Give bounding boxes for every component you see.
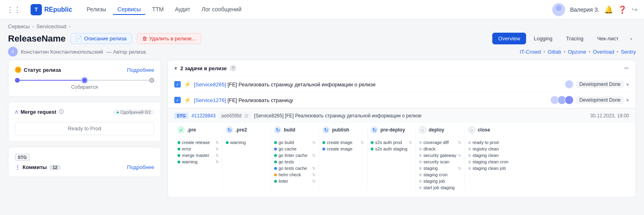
breadcrumb-servicecloud[interactable]: Servicecloud: [36, 23, 66, 29]
refresh-icon[interactable]: ↻: [361, 140, 364, 145]
topnav-right: Валерия З. 🔔 ❓ ↪: [552, 3, 638, 16]
bell-icon[interactable]: 🔔: [604, 5, 613, 14]
refresh-icon[interactable]: ↻: [458, 140, 461, 145]
breadcrumb-services[interactable]: Сервисы: [8, 23, 30, 29]
refresh-icon[interactable]: ↻: [312, 140, 316, 145]
dot: [419, 167, 422, 170]
topnav-links: Релизы Сервисы ТТМ Аудит Лог сообщений: [82, 4, 246, 15]
stage-publish-name: publish: [332, 127, 349, 133]
link-opzone[interactable]: Opzone: [568, 49, 586, 55]
ready-to-prod-btn[interactable]: Ready to Prod: [15, 122, 154, 135]
refresh-icon[interactable]: ↻: [216, 140, 219, 145]
stage-predeploy-icon: ↻: [371, 126, 378, 134]
task-chevron-2[interactable]: ▾: [626, 97, 629, 103]
task-chevron-1[interactable]: ▾: [626, 81, 629, 88]
job-go-cache: go cache: [274, 146, 316, 152]
mr-title-text: Merge request: [21, 109, 56, 115]
help-icon[interactable]: ❓: [618, 5, 627, 14]
help-icon-mr: ⓘ: [59, 109, 64, 115]
job-label: staging: [423, 166, 438, 171]
job-helm-check: helm check ↻: [274, 171, 316, 178]
pipeline-section: STG #11228843 aeb65f8d ⊙ [Service8265] […: [168, 108, 636, 197]
progress-step-3: [149, 78, 154, 83]
tab-tracing[interactable]: Tracing: [560, 33, 590, 44]
tasks-edit-icon[interactable]: ✏: [624, 65, 629, 71]
commits-row: ⋮ Коммиты 12 Подробнее: [15, 164, 154, 170]
refresh-icon[interactable]: ↻: [312, 153, 316, 158]
task-link-2[interactable]: [Service1276]: [194, 97, 226, 103]
logo[interactable]: T REpublic: [31, 4, 72, 15]
link-gitlab[interactable]: Gitlab: [547, 49, 561, 55]
dot: [419, 186, 422, 189]
job-ready-to-prod: ready to prod: [468, 139, 510, 146]
mr-badge: ● Одобрений 0/2: [113, 109, 154, 115]
tasks-count: 2 задачи в релизе: [180, 65, 227, 71]
dot: [468, 141, 471, 144]
commits-card: STG ⋮ Коммиты 12 Подробнее: [8, 147, 161, 177]
author-avatar: К: [8, 47, 18, 56]
merge-icon: ⑃: [15, 109, 18, 115]
refresh-icon[interactable]: ↻: [409, 140, 412, 145]
nav-ttm[interactable]: ТТМ: [147, 4, 169, 15]
logout-icon[interactable]: ↪: [632, 5, 638, 14]
mr-badge-text: Одобрений 0/2: [120, 110, 151, 115]
nav-audit[interactable]: Аудит: [170, 4, 195, 15]
status-link[interactable]: Подробнее: [127, 67, 154, 73]
refresh-icon[interactable]: ↻: [216, 153, 219, 158]
job-go-tests: go tests: [274, 159, 316, 165]
refresh-icon[interactable]: ↻: [216, 160, 219, 164]
logo-box: T: [31, 4, 42, 15]
btn-delete-label: Удалить в релизе...: [149, 35, 196, 42]
job-staging-clean: staging clean: [468, 152, 510, 159]
nav-log[interactable]: Лог сообщений: [197, 4, 246, 15]
progress-track: [15, 78, 154, 83]
tab-overview[interactable]: Overview: [492, 33, 526, 44]
tasks-collapse-icon[interactable]: ▾: [174, 65, 177, 71]
task-badge-1: Development Done: [576, 81, 624, 88]
stage-close-header: ○ close: [468, 126, 510, 136]
job-label: create image: [327, 146, 353, 151]
task-status-1: Development Done ▾: [565, 80, 629, 89]
job-staging-clean-job: staging clean job: [468, 165, 510, 171]
stage-pre2-name: .pre2: [235, 127, 247, 133]
task-avatar-2c: [565, 96, 574, 104]
tasks-help-icon[interactable]: ?: [230, 65, 236, 71]
refresh-icon[interactable]: ↻: [458, 166, 461, 171]
link-sentry[interactable]: Sentry: [621, 49, 636, 55]
job-label: coverage diff: [423, 140, 449, 145]
pipeline-hash-text: aeb65f8d: [221, 113, 242, 119]
commits-label: Коммиты: [23, 164, 47, 170]
job-label: staging clean: [473, 153, 499, 158]
btn-delete[interactable]: 🗑 Удалить в релизе...: [137, 33, 202, 44]
stage-pre-name: .pre: [187, 127, 196, 133]
progress-step-2: [82, 78, 87, 83]
tab-more[interactable]: ›: [626, 33, 636, 44]
stage-build: ↻ build go build ↻ go cache: [271, 126, 319, 191]
refresh-icon[interactable]: ↻: [458, 153, 461, 158]
refresh-icon[interactable]: ↻: [216, 147, 219, 151]
tab-checklist[interactable]: Чек-лист: [591, 33, 624, 44]
link-overload[interactable]: Overload: [593, 49, 614, 55]
pipeline-id[interactable]: #11228843: [192, 113, 216, 119]
grid-icon[interactable]: ⋮⋮: [6, 5, 21, 14]
commits-link[interactable]: Подробнее: [127, 164, 154, 170]
task-link-1[interactable]: [Service8265]: [194, 81, 226, 88]
status-label-text: Статус релиза: [24, 67, 61, 73]
job-go-tests-cache: go tests cache ↻: [274, 165, 316, 171]
job-label: go tests: [279, 159, 294, 164]
dot: [274, 141, 277, 144]
stage-pre2-icon: ↻: [226, 126, 233, 134]
refresh-icon[interactable]: ↻: [312, 173, 316, 177]
link-itcrowd[interactable]: IT-Crowd: [520, 49, 541, 55]
refresh-icon[interactable]: ↻: [312, 166, 316, 171]
breadcrumb: Сервисы › Servicecloud ›: [0, 19, 644, 31]
nav-services[interactable]: Сервисы: [113, 4, 146, 15]
tab-logging[interactable]: Logging: [528, 33, 558, 44]
dot: [178, 148, 180, 150]
pipeline-header: STG #11228843 aeb65f8d ⊙ [Service8265] […: [168, 108, 636, 123]
dot: [274, 148, 277, 150]
btn-description[interactable]: 📄 Описание релиза: [70, 33, 132, 44]
refresh-icon[interactable]: ↻: [312, 179, 316, 184]
nav-releasy[interactable]: Релизы: [82, 4, 111, 15]
job-label: staging job: [423, 179, 445, 184]
